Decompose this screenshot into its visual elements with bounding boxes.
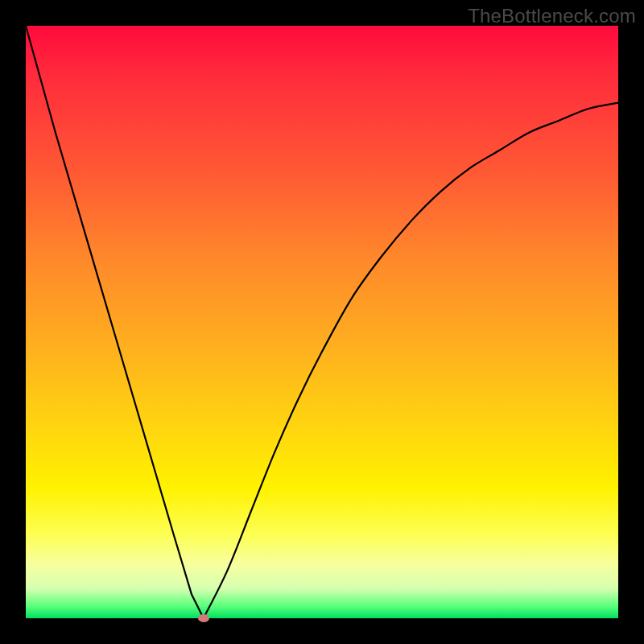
plot-area — [26, 26, 618, 618]
watermark-text: TheBottleneck.com — [468, 5, 636, 27]
bottleneck-curve — [26, 26, 618, 618]
min-marker — [198, 614, 209, 622]
curve-svg — [26, 26, 618, 618]
chart-frame: TheBottleneck.com — [0, 0, 644, 644]
